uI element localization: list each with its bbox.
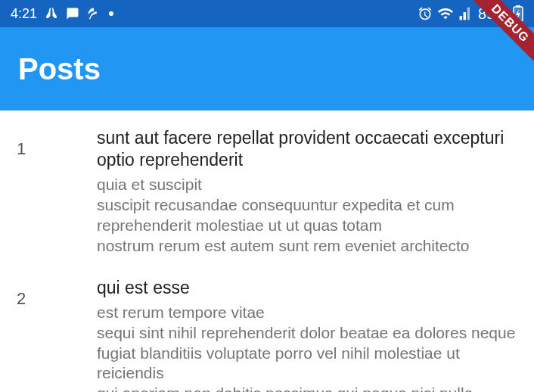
leaf-icon bbox=[87, 7, 101, 20]
wifi-icon bbox=[437, 5, 454, 22]
status-time: 4:21 bbox=[11, 6, 37, 22]
status-bar: 4:21 89% bbox=[0, 0, 534, 27]
alarm-icon bbox=[418, 6, 433, 21]
message-icon bbox=[66, 7, 79, 20]
app-bar: Posts bbox=[0, 27, 534, 110]
post-id: 2 bbox=[17, 277, 97, 309]
page-title: Posts bbox=[18, 52, 101, 86]
post-id: 1 bbox=[17, 127, 97, 159]
praying-hands-icon bbox=[45, 7, 58, 20]
dot-icon bbox=[108, 11, 114, 17]
svg-rect-2 bbox=[516, 5, 520, 8]
post-body: quia et suscipit suscipit recusandae con… bbox=[97, 175, 519, 257]
list-item[interactable]: 2 qui est esse est rerum tempore vitae s… bbox=[0, 266, 534, 392]
post-body: est rerum tempore vitae sequi sint nihil… bbox=[97, 303, 519, 392]
svg-point-0 bbox=[109, 11, 113, 16]
list-item[interactable]: 1 sunt aut facere repellat provident occ… bbox=[0, 117, 534, 266]
post-title: qui est esse bbox=[97, 277, 519, 299]
post-title: sunt aut facere repellat provident occae… bbox=[97, 127, 519, 172]
posts-list[interactable]: 1 sunt aut facere repellat provident occ… bbox=[0, 110, 534, 392]
signal-icon bbox=[458, 6, 473, 21]
